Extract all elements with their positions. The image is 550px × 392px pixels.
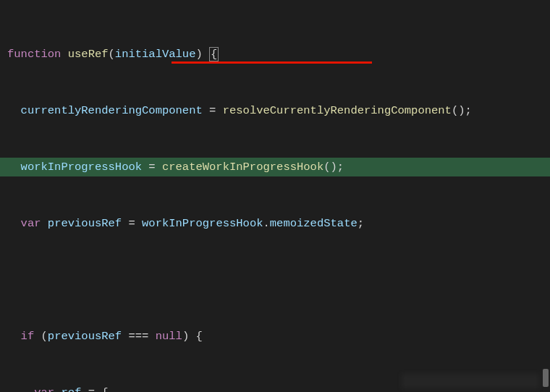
function-name: useRef [68, 48, 109, 61]
keyword-var: var [21, 217, 41, 230]
keyword-function: function [7, 48, 61, 61]
vertical-scrollbar[interactable] [543, 369, 549, 387]
parameter: initialValue [115, 48, 196, 61]
code-line: currentlyRenderingComponent = resolveCur… [0, 101, 550, 120]
code-line-empty [0, 270, 550, 289]
variable: ref [61, 386, 81, 392]
code-line: var previousRef = workInProgressHook.mem… [0, 214, 550, 233]
object-ref: workInProgressHook [142, 217, 263, 230]
variable: workInProgressHook [21, 161, 142, 174]
function-call: resolveCurrentlyRenderingComponent [223, 104, 452, 117]
brace-open-highlighted: { [209, 47, 219, 61]
code-line-highlighted: workInProgressHook = createWorkInProgres… [0, 158, 550, 176]
keyword-null: null [156, 330, 182, 343]
variable: previousRef [48, 217, 122, 230]
keyword-var: var [34, 386, 54, 392]
code-line: if (previousRef === null) { [0, 327, 550, 346]
variable: previousRef [48, 330, 122, 343]
blurred-region [402, 374, 539, 388]
keyword-if: if [21, 330, 35, 343]
function-call: createWorkInProgressHook [162, 161, 323, 174]
red-underline-annotation [172, 61, 372, 64]
variable: currentlyRenderingComponent [21, 104, 203, 117]
code-editor[interactable]: function useRef(initialValue) { currentl… [0, 0, 550, 392]
property: memoizedState [270, 217, 358, 230]
